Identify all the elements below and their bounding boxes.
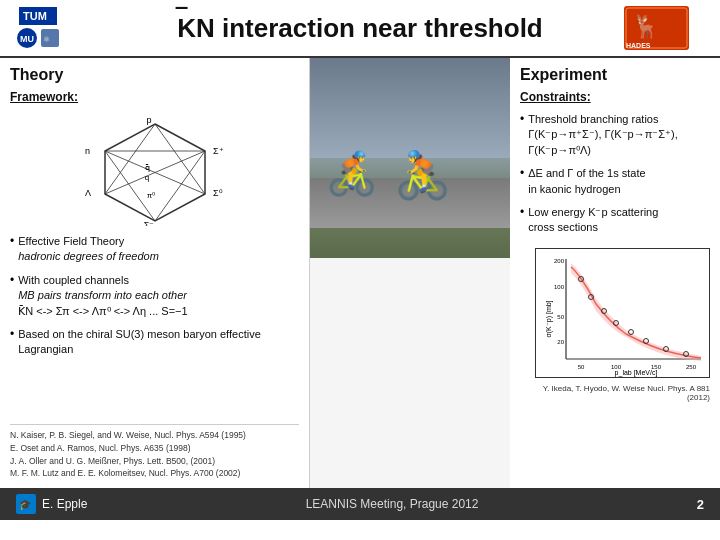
experiment-panel: Experiment Constraints: • Threshold bran… (510, 58, 720, 488)
ref-1: N. Kaiser, P. B. Siegel, and W. Weise, N… (10, 429, 299, 442)
presenter-icon: 🎓 (16, 494, 36, 514)
bullet-item-3: • Based on the chiral SU(3) meson baryon… (10, 327, 299, 358)
svg-text:q̄: q̄ (144, 163, 149, 172)
svg-text:150: 150 (651, 364, 662, 370)
footer: 🎓 E. Epple LEANNIS Meeting, Prague 2012 … (0, 488, 720, 520)
cyclist-1-icon: 🚴 (326, 149, 378, 198)
hades-logo-icon: 🦌 HADES (624, 6, 689, 50)
theory-title: Theory (10, 66, 299, 84)
svg-text:HADES: HADES (626, 42, 651, 49)
graph-reference: Y. Ikeda, T. Hyodo, W. Weise Nucl. Phys.… (520, 384, 710, 402)
constraints-label: Constraints: (520, 90, 710, 104)
hexagon-diagram: p Σ⁺ Σ⁰ Σ⁻ Λ n q̄ q π⁰ (10, 116, 299, 226)
hexagon-svg: p Σ⁺ Σ⁰ Σ⁻ Λ n q̄ q π⁰ (65, 116, 245, 226)
bike-image: 🚴 🚴 (310, 58, 510, 258)
svg-text:Σ⁻: Σ⁻ (143, 220, 154, 226)
svg-text:n: n (85, 146, 90, 156)
extra-logo-icon: ⚛ (41, 29, 59, 47)
header: TUM MU ⚛ ‾K N interaction near threshold (0, 0, 720, 58)
exp-bullet-3-text: Low energy K⁻p scattering cross sections (528, 205, 658, 236)
svg-text:p: p (146, 116, 151, 125)
header-right: 🦌 HADES (624, 6, 704, 50)
svg-text:20: 20 (557, 339, 564, 345)
svg-text:50: 50 (557, 314, 564, 320)
bullet-3-text: Based on the chiral SU(3) meson baryon e… (18, 327, 299, 358)
svg-text:p_lab [MeV/c]: p_lab [MeV/c] (615, 369, 658, 377)
svg-text:TUM: TUM (23, 10, 47, 22)
graph-svg: σ(K⁻p) [mb] p_lab [MeV/c] 200 100 50 20 … (536, 249, 710, 378)
svg-text:200: 200 (554, 258, 565, 264)
svg-text:🦌: 🦌 (632, 13, 660, 40)
bullet-1-dot: • (10, 234, 14, 248)
tum-logo-icon: TUM (19, 7, 57, 25)
cyclist-background: 🚴 🚴 (310, 58, 510, 258)
middle-bottom-space (310, 258, 510, 488)
exp-bullet-2: • ΔE and Γ of the 1s state in kaonic hyd… (520, 166, 710, 197)
svg-text:MU: MU (20, 34, 34, 44)
ref-3: J. A. Oller and U. G. Meißner, Phys. Let… (10, 455, 299, 468)
graph-area: σ(K⁻p) [mb] p_lab [MeV/c] 200 100 50 20 … (520, 248, 710, 378)
theory-panel: Theory Framework: p Σ⁺ Σ⁰ Σ⁻ Λ n (0, 58, 310, 488)
svg-text:Σ⁰: Σ⁰ (213, 188, 223, 198)
svg-text:🎓: 🎓 (19, 498, 32, 511)
svg-text:Σ⁺: Σ⁺ (213, 146, 224, 156)
experiment-title: Experiment (520, 66, 710, 84)
svg-text:Λ: Λ (85, 188, 91, 198)
bullet-item-1: • Effective Field Theory hadronic degree… (10, 234, 299, 265)
exp-bullet-1-text: Threshold branching ratios Γ(K⁻p→π⁺Σ⁻), … (528, 112, 678, 158)
bullet-1-text: Effective Field Theory hadronic degrees … (18, 234, 159, 265)
middle-image-panel: 🚴 🚴 (310, 58, 510, 488)
bullet-2-dot: • (10, 273, 14, 287)
header-logos: TUM MU ⚛ (16, 7, 96, 49)
kbar-symbol: ‾K (177, 13, 196, 44)
exp-bullet-3: • Low energy K⁻p scattering cross sectio… (520, 205, 710, 236)
svg-text:100: 100 (554, 284, 565, 290)
footer-left: 🎓 E. Epple (16, 494, 87, 514)
exp-bullet-1: • Threshold branching ratios Γ(K⁻p→π⁺Σ⁻)… (520, 112, 710, 158)
page-number: 2 (697, 497, 704, 512)
svg-text:50: 50 (578, 364, 585, 370)
svg-text:⚛: ⚛ (43, 35, 50, 44)
mu-logo-icon: MU (16, 27, 38, 49)
svg-text:σ(K⁻p) [mb]: σ(K⁻p) [mb] (545, 300, 553, 337)
references: N. Kaiser, P. B. Siegel, and W. Weise, N… (10, 424, 299, 480)
svg-text:π⁰: π⁰ (146, 191, 155, 200)
bullet-2-text: With coupled channels MB pairs transform… (18, 273, 187, 319)
exp-bullet-3-dot: • (520, 205, 524, 219)
bullet-item-2: • With coupled channels MB pairs transfo… (10, 273, 299, 319)
exp-bullet-2-text: ΔE and Γ of the 1s state in kaonic hydro… (528, 166, 645, 197)
ref-4: M. F. M. Lutz and E. E. Kolomeitsev, Nuc… (10, 467, 299, 480)
cyclist-2-icon: 🚴 (394, 148, 451, 202)
cross-section-graph: σ(K⁻p) [mb] p_lab [MeV/c] 200 100 50 20 … (535, 248, 710, 378)
bullet-3-dot: • (10, 327, 14, 341)
exp-bullet-2-dot: • (520, 166, 524, 180)
svg-text:100: 100 (611, 364, 622, 370)
header-title-text: N interaction near threshold (196, 13, 543, 43)
header-title: ‾K N interaction near threshold (96, 13, 624, 44)
exp-bullet-1-dot: • (520, 112, 524, 126)
main-content: Theory Framework: p Σ⁺ Σ⁰ Σ⁻ Λ n (0, 58, 720, 488)
svg-text:q: q (144, 173, 148, 182)
ref-2: E. Oset and A. Ramos, Nucl. Phys. A635 (… (10, 442, 299, 455)
venue-text: LEANNIS Meeting, Prague 2012 (306, 497, 479, 511)
framework-label: Framework: (10, 90, 299, 104)
presenter-name: E. Epple (42, 497, 87, 511)
svg-text:250: 250 (686, 364, 697, 370)
